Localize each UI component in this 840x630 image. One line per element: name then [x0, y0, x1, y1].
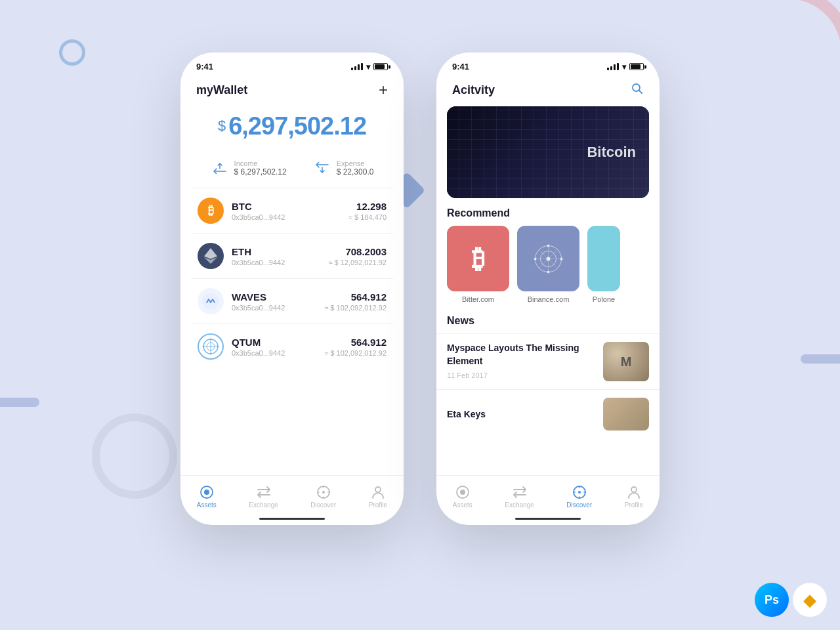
- expense-item: Expense $ 22,300.0: [313, 159, 374, 177]
- coin-symbol: WAVES: [232, 291, 324, 303]
- svg-point-7: [203, 346, 205, 348]
- nav-label-exchange-1: Exchange: [249, 501, 278, 509]
- status-icons-1: ▾: [351, 62, 388, 72]
- status-bar-2: 9:41 ▾: [436, 52, 660, 75]
- binance-label: Binance.com: [528, 295, 570, 303]
- assets-icon-1: [200, 485, 214, 499]
- profile-icon-2: [627, 485, 641, 499]
- bottom-nav-2: Assets Exchange Discover: [436, 475, 660, 515]
- balance-section: $ 6,297,502.12: [180, 102, 404, 154]
- eth-icon: [198, 243, 224, 269]
- balance-amount: 6,297,502.12: [228, 112, 366, 140]
- list-item[interactable]: Binance.com: [517, 226, 579, 303]
- polone-card: [587, 226, 620, 291]
- list-item[interactable]: Myspace Layouts The Missing Element 11 F…: [436, 333, 660, 389]
- coin-symbol: QTUM: [232, 337, 324, 348]
- news-thumbnail-2: [603, 398, 649, 430]
- bg-arc-decoration: [722, 0, 840, 118]
- bg-circle-decoration: [59, 39, 85, 66]
- nav-assets-2[interactable]: Assets: [446, 482, 479, 511]
- status-bar-1: 9:41 ▾: [180, 52, 404, 75]
- bg-bar-right-decoration: [801, 354, 840, 364]
- coin-amount: 564.912: [324, 337, 387, 348]
- wallet-title: myWallet: [196, 83, 247, 97]
- svg-point-6: [210, 353, 212, 355]
- list-item[interactable]: Eta Keys: [436, 389, 660, 438]
- banner-text: Bitcoin: [587, 144, 636, 161]
- income-icon: [211, 159, 229, 177]
- coin-usd: ≈ $ 12,092,021.92: [328, 259, 387, 266]
- expense-icon: [313, 159, 331, 177]
- signal-icon-2: [607, 63, 619, 70]
- list-item[interactable]: QTUM 0x3b5ca0...9442 564.912 ≈ $ 102,092…: [191, 324, 393, 369]
- waves-icon: [198, 288, 224, 314]
- activity-title: Acitvity: [452, 83, 495, 97]
- coin-amount: 708.2003: [328, 246, 387, 257]
- nav-discover-2[interactable]: Discover: [560, 482, 598, 511]
- wifi-icon-1: ▾: [366, 62, 370, 72]
- news-date-1: 11 Feb 2017: [447, 371, 595, 379]
- news-thumbnail-1: M: [603, 342, 649, 381]
- photoshop-icon: Ps: [755, 583, 789, 617]
- nav-discover-1[interactable]: Discover: [304, 482, 343, 511]
- binance-card: [517, 226, 579, 291]
- nav-label-exchange-2: Exchange: [505, 501, 534, 509]
- coin-address: 0x3b5ca0...9442: [232, 304, 324, 312]
- svg-point-30: [631, 487, 637, 492]
- discover-icon-2: [572, 485, 587, 499]
- add-button[interactable]: +: [379, 82, 388, 98]
- wallet-header: myWallet +: [180, 75, 404, 102]
- nav-label-discover-1: Discover: [310, 501, 336, 509]
- list-item[interactable]: ₿ Bitter.com: [447, 226, 509, 303]
- svg-point-29: [578, 491, 581, 494]
- nav-label-profile-1: Profile: [369, 501, 387, 509]
- battery-icon-1: [373, 63, 388, 70]
- coin-amount: 12.298: [348, 201, 387, 212]
- list-item[interactable]: WAVES 0x3b5ca0...9442 564.912 ≈ $ 102,09…: [191, 278, 393, 324]
- discover-icon-1: [316, 485, 331, 499]
- coin-usd: ≈ $ 184,470: [348, 213, 387, 221]
- nav-label-assets-2: Assets: [453, 501, 472, 509]
- bg-large-circle-decoration: [92, 413, 177, 499]
- bitter-label: Bitter.com: [462, 295, 494, 303]
- sketch-icon: ◆: [793, 583, 827, 617]
- list-item[interactable]: Polone: [587, 226, 620, 303]
- svg-point-12: [322, 491, 325, 494]
- phones-container: 9:41 ▾ myWallet + $: [180, 52, 660, 525]
- nav-label-assets-1: Assets: [197, 501, 217, 509]
- svg-point-13: [375, 487, 381, 492]
- status-icons-2: ▾: [607, 62, 644, 72]
- nav-exchange-1[interactable]: Exchange: [242, 482, 284, 511]
- news-title-2: Eta Keys: [447, 409, 595, 419]
- coins-list: ₿ BTC 0x3b5ca0...9442 12.298 ≈ $ 184,470: [180, 188, 404, 475]
- expense-value: $ 22,300.0: [337, 167, 374, 177]
- nav-exchange-2[interactable]: Exchange: [498, 482, 540, 511]
- time-display-1: 9:41: [196, 62, 213, 72]
- income-label: Income: [234, 159, 287, 167]
- svg-point-27: [460, 490, 465, 495]
- coin-address: 0x3b5ca0...9442: [232, 213, 348, 221]
- list-item[interactable]: ETH 0x3b5ca0...9442 708.2003 ≈ $ 12,092,…: [191, 233, 393, 278]
- coin-symbol: ETH: [232, 246, 328, 257]
- nav-assets-1[interactable]: Assets: [190, 482, 223, 511]
- news-section-title: News: [436, 306, 660, 333]
- income-value: $ 6,297,502.12: [234, 167, 287, 177]
- nav-profile-2[interactable]: Profile: [618, 482, 650, 511]
- wallet-phone: 9:41 ▾ myWallet + $: [180, 52, 404, 525]
- bitter-card: ₿: [447, 226, 509, 291]
- coin-amount: 564.912: [324, 291, 387, 303]
- search-button[interactable]: [631, 82, 644, 98]
- news-title-1: Myspace Layouts The Missing Element: [447, 342, 595, 368]
- assets-icon-2: [455, 485, 470, 499]
- wifi-icon-2: ▾: [622, 62, 626, 72]
- time-display-2: 9:41: [452, 62, 469, 72]
- signal-icon-1: [351, 63, 363, 70]
- coin-usd: ≈ $ 102,092,012.92: [324, 349, 387, 357]
- battery-icon-2: [629, 63, 644, 70]
- discover-phone: 9:41 ▾ Acitvity: [436, 52, 660, 525]
- exchange-icon-2: [513, 485, 527, 499]
- svg-point-25: [547, 257, 551, 261]
- exchange-icon-1: [257, 485, 271, 499]
- list-item[interactable]: ₿ BTC 0x3b5ca0...9442 12.298 ≈ $ 184,470: [191, 188, 393, 233]
- nav-profile-1[interactable]: Profile: [362, 482, 394, 511]
